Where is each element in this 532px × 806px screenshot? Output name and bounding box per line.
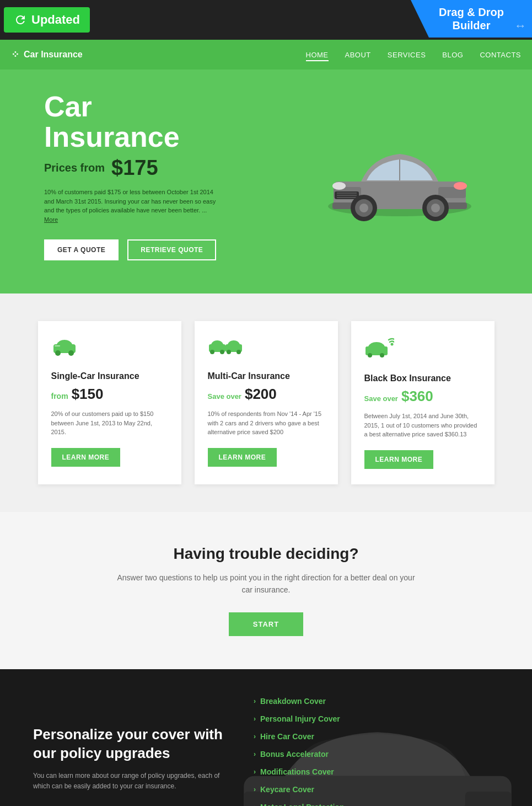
card-single-car: Single-Car Insurance from $150 20% of ou… (38, 321, 181, 484)
policy-breakdown-label: Breakdown Cover (260, 697, 326, 706)
chevron-icon: › (254, 697, 256, 705)
svg-rect-7 (337, 197, 357, 198)
retrieve-quote-button[interactable]: RETRIEVE QUOTE (127, 239, 216, 260)
card-single-desc: 20% of our customers paid up to $150 bet… (51, 409, 168, 437)
hero-more-link[interactable]: More (44, 216, 58, 223)
policy-item-keycare[interactable]: › Keycare Cover (254, 785, 499, 794)
car-illustration (317, 121, 482, 231)
card-multi-car: Multi-Car Insurance Save over $200 10% o… (195, 321, 338, 484)
nav-item-contacts[interactable]: CONTACTS (480, 50, 521, 60)
svg-rect-22 (55, 345, 60, 346)
hero-text: CarInsurance Prices from $175 10% of cus… (44, 92, 311, 260)
svg-point-32 (390, 343, 393, 346)
card-multi-desc: 10% of respondents from Nov '14 - Apr '1… (208, 409, 325, 437)
card-multi-learn-button[interactable]: LEARN MORE (208, 448, 277, 467)
card-multi-title: Multi-Car Insurance (208, 371, 325, 381)
card-multi-price: $200 (245, 386, 277, 403)
chevron-icon: › (254, 786, 256, 793)
hero-buttons: GET A QUOTE RETRIEVE QUOTE (44, 239, 311, 260)
card-black-price: $360 (401, 388, 433, 405)
drag-drop-arrow-icon: ↔ (514, 19, 526, 33)
card-single-learn-button[interactable]: LEARN MORE (51, 448, 121, 467)
policy-description: You can learn more about our range of po… (33, 771, 232, 792)
nav-item-about[interactable]: ABOUT (345, 50, 371, 60)
logo-text: Car Insurance (24, 50, 83, 60)
decision-title: Having trouble deciding? (44, 545, 488, 563)
policy-item-breakdown[interactable]: › Breakdown Cover (254, 697, 499, 706)
chevron-icon: › (254, 750, 256, 758)
svg-point-25 (220, 350, 224, 354)
start-button[interactable]: START (229, 612, 303, 636)
card-single-title: Single-Car Insurance (51, 371, 168, 381)
policy-item-personal-injury[interactable]: › Personal Injury Cover (254, 714, 499, 723)
card-black-title: Black Box Insurance (364, 373, 481, 383)
navbar: ⁘ Car Insurance HOME ABOUT SERVICES BLOG… (0, 40, 532, 70)
svg-rect-5 (337, 193, 357, 194)
svg-point-27 (227, 350, 231, 354)
chevron-icon: › (254, 733, 256, 740)
svg-point-30 (368, 353, 372, 357)
nav-item-blog[interactable]: BLOG (442, 50, 463, 60)
svg-point-21 (68, 350, 74, 356)
policy-text: Personalize your cover with our policy u… (33, 725, 232, 792)
logo-grid-icon: ⁘ (11, 49, 19, 61)
svg-point-12 (454, 182, 467, 190)
svg-rect-6 (337, 195, 357, 196)
prices-from-label: Prices from (44, 162, 105, 174)
chevron-icon: › (254, 768, 256, 776)
policy-section: Personalize your cover with our policy u… (0, 669, 532, 806)
cards-section: Single-Car Insurance from $150 20% of ou… (0, 293, 532, 512)
hero-prices: Prices from $175 (44, 156, 311, 180)
svg-point-28 (237, 350, 241, 354)
black-box-icon (364, 337, 481, 364)
drag-drop-label: Drag & DropBuilder (420, 6, 523, 32)
card-single-from: from (51, 392, 68, 401)
svg-point-31 (380, 353, 384, 357)
policy-keycare-label: Keycare Cover (260, 785, 314, 794)
policy-list: › Breakdown Cover › Personal Injury Cove… (232, 697, 499, 806)
updated-label: Updated (31, 13, 80, 27)
hero-description: 10% of customers paid $175 or less betwe… (44, 188, 221, 224)
chevron-icon: › (254, 715, 256, 723)
policy-modifications-label: Modifications Cover (260, 767, 334, 776)
nav-item-services[interactable]: SERVICES (388, 50, 426, 60)
nav-item-home[interactable]: HOME (306, 50, 329, 60)
policy-item-hire-car[interactable]: › Hire Car Cover (254, 732, 499, 741)
drag-drop-badge: Drag & DropBuilder ↔ (411, 0, 532, 38)
hero-price-amount: $175 (111, 156, 158, 180)
policy-item-bonus[interactable]: › Bonus Accelerator (254, 750, 499, 759)
hero-title: CarInsurance (44, 92, 311, 152)
card-multi-save: Save over (208, 392, 241, 401)
updated-badge: Updated (4, 7, 90, 33)
top-bar: Updated Drag & DropBuilder ↔ (0, 0, 532, 40)
policy-item-modifications[interactable]: › Modifications Cover (254, 767, 499, 776)
hero-section: CarInsurance Prices from $175 10% of cus… (0, 70, 532, 293)
decision-description: Answer two questions to help us point yo… (112, 572, 421, 596)
svg-point-24 (210, 350, 214, 354)
svg-point-18 (431, 204, 440, 212)
svg-point-8 (332, 182, 346, 190)
card-single-price: $150 (72, 386, 104, 403)
policy-motor-legal-label: Motor Legal Protection (260, 803, 344, 806)
single-car-icon (51, 337, 168, 361)
svg-point-20 (55, 350, 61, 356)
card-black-learn-button[interactable]: LEARN MORE (364, 450, 434, 469)
chevron-icon: › (254, 803, 256, 806)
policy-title: Personalize your cover with our policy u… (33, 725, 232, 763)
nav-links: HOME ABOUT SERVICES BLOG CONTACTS (306, 50, 521, 60)
policy-personal-injury-label: Personal Injury Cover (260, 714, 340, 723)
policy-hire-car-label: Hire Car Cover (260, 732, 314, 741)
get-quote-button[interactable]: GET A QUOTE (44, 239, 119, 260)
svg-point-15 (359, 204, 368, 212)
refresh-icon (14, 13, 27, 26)
card-black-desc: Between July 1st, 2014 and June 30th, 20… (364, 412, 481, 439)
decision-section: Having trouble deciding? Answer two ques… (0, 512, 532, 670)
card-black-save: Save over (364, 394, 398, 403)
policy-item-motor-legal[interactable]: › Motor Legal Protection (254, 803, 499, 806)
policy-bonus-label: Bonus Accelerator (260, 750, 329, 759)
multi-car-icon (208, 337, 325, 361)
card-black-box: Black Box Insurance Save over $360 Betwe… (351, 321, 495, 484)
hero-car-image (311, 113, 488, 239)
nav-logo: ⁘ Car Insurance (11, 49, 306, 61)
